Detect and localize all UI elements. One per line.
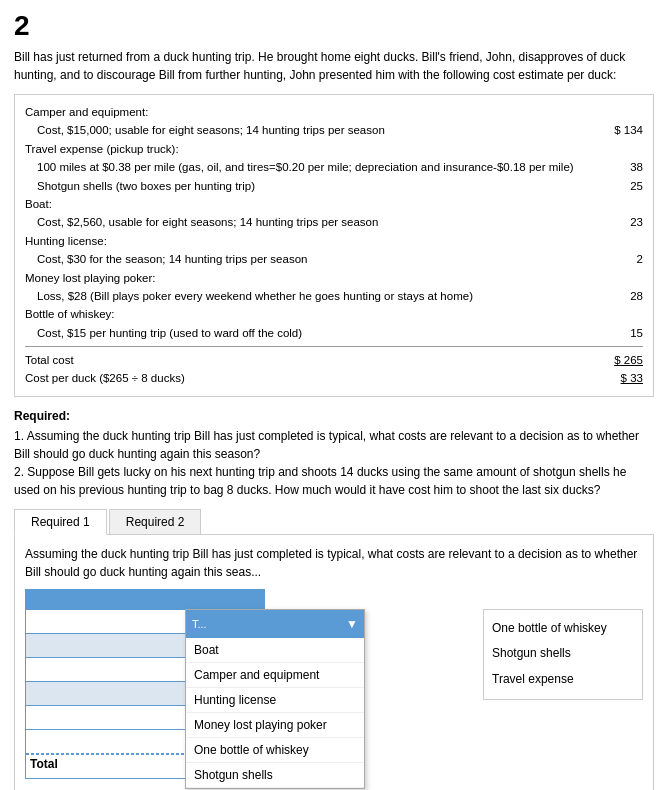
camper-row: Cost, $15,000; usable for eight seasons;… (25, 121, 643, 139)
required-label: Required: (14, 409, 654, 423)
table-header-row (26, 590, 264, 610)
cost-per-duck-row: Cost per duck ($265 ÷ 8 ducks) $ 33 (25, 369, 643, 387)
required-q2: 2. Suppose Bill gets lucky on his next h… (14, 463, 654, 499)
whiskey-row: Cost, $15 per hunting trip (used to ward… (25, 324, 643, 342)
required-q1: 1. Assuming the duck hunting trip Bill h… (14, 427, 654, 463)
dropdown-header: T... ▼ (186, 610, 364, 638)
cell-label-5 (26, 706, 194, 729)
total-cell-label: Total (26, 755, 194, 778)
dropdown-popup[interactable]: T... ▼ Boat Camper and equipment Hunting… (185, 609, 365, 789)
poker-row: Loss, $28 (Bill plays poker every weeken… (25, 287, 643, 305)
tabs-section-1: Required 1 Required 2 Assuming the duck … (14, 509, 654, 790)
req1-question-text: Assuming the duck hunting trip Bill has … (25, 545, 643, 581)
dropdown-item-hunting-license[interactable]: Hunting license (186, 688, 364, 713)
right-item-1: One bottle of whiskey (492, 616, 634, 642)
hunting-license-row: Cost, $30 for the season; 14 hunting tri… (25, 250, 643, 268)
cost-estimate-table: Camper and equipment: Cost, $15,000; usa… (14, 94, 654, 397)
right-item-3: Travel expense (492, 667, 634, 693)
dropdown-arrow-icon[interactable]: ▼ (346, 617, 358, 631)
required-section: Required: 1. Assuming the duck hunting t… (14, 409, 654, 499)
right-item-2: Shotgun shells (492, 641, 634, 667)
cell-label-1 (26, 610, 194, 633)
dropdown-item-camper[interactable]: Camper and equipment (186, 663, 364, 688)
poker-header: Money lost playing poker: (25, 269, 643, 287)
tab-required-2-top[interactable]: Required 2 (109, 509, 202, 534)
total-cost-row: Total cost $ 265 (25, 351, 643, 369)
problem-number: 2 (14, 10, 654, 42)
whiskey-header: Bottle of whiskey: (25, 305, 643, 323)
travel-header: Travel expense (pickup truck): (25, 140, 643, 158)
tab-required-1[interactable]: Required 1 (14, 509, 107, 535)
cell-label-4 (26, 682, 194, 705)
problem-description: Bill has just returned from a duck hunti… (14, 48, 654, 84)
boat-header: Boat: (25, 195, 643, 213)
dropdown-item-shotgun[interactable]: Shotgun shells (186, 763, 364, 788)
shotgun-row: Shotgun shells (two boxes per hunting tr… (25, 177, 643, 195)
interactive-area: Total T... ▼ Boat Camper and equipment H… (25, 589, 643, 779)
camper-header: Camper and equipment: (25, 103, 643, 121)
travel-row: 100 miles at $0.38 per mile (gas, oil, a… (25, 158, 643, 176)
tab1-content: Assuming the duck hunting trip Bill has … (14, 535, 654, 790)
dropdown-item-whiskey[interactable]: One bottle of whiskey (186, 738, 364, 763)
tabs-bar-1: Required 1 Required 2 (14, 509, 654, 535)
dropdown-label: T... (192, 618, 207, 630)
dropdown-item-boat[interactable]: Boat (186, 638, 364, 663)
hunting-license-header: Hunting license: (25, 232, 643, 250)
cell-label-3 (26, 658, 194, 681)
cell-label-2 (26, 634, 194, 657)
cell-label-6 (26, 730, 194, 753)
right-answer-list: One bottle of whiskey Shotgun shells Tra… (483, 609, 643, 700)
boat-row: Cost, $2,560, usable for eight seasons; … (25, 213, 643, 231)
dropdown-item-money-poker[interactable]: Money lost playing poker (186, 713, 364, 738)
